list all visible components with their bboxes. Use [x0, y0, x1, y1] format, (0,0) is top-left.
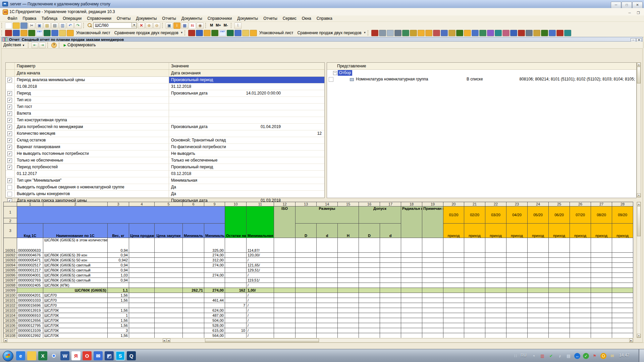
cell-min-buy-price[interactable]: /: [247, 328, 274, 333]
cell-empty[interactable]: [338, 263, 359, 268]
cell-empty[interactable]: [422, 283, 443, 288]
cell-empty[interactable]: [443, 283, 464, 288]
cell-empty[interactable]: [485, 283, 506, 288]
cell-empty[interactable]: [506, 258, 528, 263]
sales-order-icon[interactable]: [28, 30, 35, 36]
header-tolerance[interactable]: Допуск: [359, 206, 401, 224]
cell-min-buy-price[interactable]: /: [247, 303, 274, 308]
pencil-doc-icon[interactable]: [410, 30, 417, 36]
cell-empty[interactable]: [612, 268, 633, 273]
param-row[interactable]: ✓ПериодПроизвольная дата14.01.2020 0:00:…: [6, 90, 324, 97]
cell-empty[interactable]: [338, 278, 359, 283]
network-icon[interactable]: ▤: [566, 353, 572, 359]
cell-name[interactable]: ШСЛ60К (GI60ES) светлый: [43, 273, 108, 278]
cell-empty[interactable]: [570, 268, 591, 273]
counterparties-icon[interactable]: [13, 30, 20, 36]
cell-empty[interactable]: [401, 293, 422, 298]
cell-empty[interactable]: [591, 258, 612, 263]
cell-empty[interactable]: [443, 278, 464, 283]
doc-money-icon[interactable]: [59, 30, 66, 36]
scroll-left-icon[interactable]: ◀: [4, 339, 7, 342]
cell-sale-price[interactable]: [129, 288, 155, 293]
cell-empty[interactable]: [528, 268, 549, 273]
header-radial-gap[interactable]: Радиальн ый зазор: [401, 206, 422, 238]
cell-empty[interactable]: [464, 263, 485, 268]
cell-empty[interactable]: [549, 278, 570, 283]
cell-empty[interactable]: [570, 303, 591, 308]
cell-sale-price[interactable]: [129, 328, 155, 333]
cell-code[interactable]: 00000002517: [17, 263, 43, 268]
cell-weight[interactable]: 1,56: [108, 318, 129, 323]
header-tol-d[interactable]: d: [380, 224, 401, 238]
row-header-16106[interactable]: 16106: [4, 323, 17, 328]
cell-empty[interactable]: [612, 253, 633, 258]
header-month-08/20[interactable]: 08/20: [591, 206, 612, 224]
cell-min-list-price[interactable]: [204, 268, 225, 273]
cell-empty[interactable]: [443, 288, 464, 293]
cell-empty[interactable]: [359, 293, 380, 298]
cell-name[interactable]: ШСЛ70К: [43, 323, 108, 328]
cell-empty[interactable]: [612, 238, 633, 253]
row-header-16104[interactable]: 16104: [4, 313, 17, 318]
cell-empty[interactable]: [296, 258, 317, 263]
checkbox[interactable]: ✓: [7, 145, 12, 149]
teamviewer-icon[interactable]: ↔: [574, 353, 580, 359]
cell-empty[interactable]: [338, 273, 359, 278]
cell-min-list-price[interactable]: 615,00: [204, 328, 225, 333]
cell-empty[interactable]: [338, 293, 359, 298]
cell-min-list-price[interactable]: 274,00: [204, 253, 225, 258]
checkbox[interactable]: ✓: [7, 111, 12, 116]
print-icon[interactable]: ▤: [51, 22, 58, 29]
column-header-3[interactable]: 3: [108, 202, 129, 206]
doc-export-icon[interactable]: [510, 30, 517, 36]
cell-empty[interactable]: [528, 253, 549, 258]
copy-fragment-icon[interactable]: ▣: [166, 22, 173, 29]
row-header-1[interactable]: 1: [4, 206, 17, 218]
cell-empty[interactable]: [612, 298, 633, 303]
cell-min-list-price[interactable]: [204, 293, 225, 298]
cell-empty[interactable]: [464, 288, 485, 293]
cell-empty[interactable]: [591, 253, 612, 258]
cell-empty[interactable]: [296, 263, 317, 268]
cell-rest[interactable]: [225, 238, 247, 253]
cell-empty[interactable]: [317, 253, 338, 258]
row-header-16091[interactable]: 16091: [4, 238, 17, 253]
new-mail-icon[interactable]: ✉: [609, 353, 615, 359]
cell-empty[interactable]: [549, 313, 570, 318]
cell-empty[interactable]: [591, 268, 612, 273]
cell-sale-price[interactable]: [129, 293, 155, 298]
row-header-16105[interactable]: 16105: [4, 318, 17, 323]
cell-name[interactable]: ШСЛ60К (GI60ES) 39 кон: [43, 253, 108, 258]
cell-empty[interactable]: [422, 263, 443, 268]
cell-weight[interactable]: 0,94: [108, 238, 129, 253]
cell-empty[interactable]: [274, 268, 296, 273]
header-month-05/20[interactable]: 05/20: [528, 206, 549, 224]
cell-empty[interactable]: [570, 298, 591, 303]
toolbar-grip[interactable]: [205, 23, 208, 28]
cell-empty[interactable]: [506, 238, 528, 253]
cell-empty[interactable]: [591, 303, 612, 308]
cell-empty[interactable]: [549, 258, 570, 263]
cell-empty[interactable]: [443, 333, 464, 338]
menu-item-3[interactable]: Операции: [60, 15, 84, 22]
cell-min-list-price[interactable]: 461,44: [204, 298, 225, 303]
param-row[interactable]: ✓Тип конструктивная группа: [6, 117, 324, 124]
cell-min-list-price[interactable]: 504,00: [204, 318, 225, 323]
column-header-start-date[interactable]: Дата начала: [15, 70, 169, 76]
header-col-5[interactable]: Минималь ная цена продажи: [183, 224, 204, 238]
cell-empty[interactable]: [274, 253, 296, 258]
cell-empty[interactable]: [528, 273, 549, 278]
checkbox[interactable]: ✓: [7, 91, 12, 96]
row-header-16098[interactable]: 16098: [4, 283, 17, 288]
cell-min-sale-price[interactable]: [183, 253, 204, 258]
cell-empty[interactable]: [591, 283, 612, 288]
row-header-16101[interactable]: 16101: [4, 298, 17, 303]
cell-empty[interactable]: [296, 313, 317, 318]
cell-name[interactable]: ШСЛ70К: [43, 333, 108, 338]
menu-item-11[interactable]: Отчеты: [261, 15, 280, 22]
header-month-04/20[interactable]: 04/20: [506, 206, 528, 224]
cell-empty[interactable]: [338, 238, 359, 253]
cell-empty[interactable]: [380, 258, 401, 263]
memory-minus-button[interactable]: М-: [222, 22, 229, 28]
doc-sum-icon[interactable]: [502, 30, 509, 36]
